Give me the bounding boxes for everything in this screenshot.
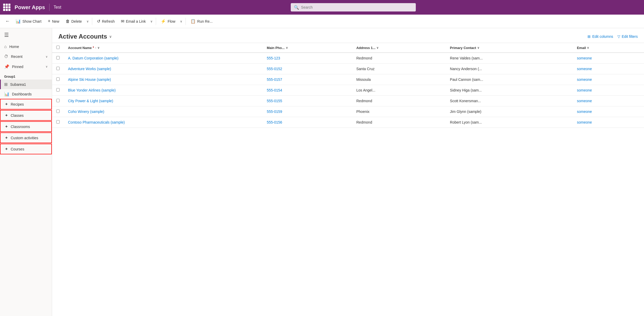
sidebar-subarea1-label: Subarea1 [10,82,26,87]
table-row: Adventure Works (sample) 555-0152 Santa … [52,64,644,74]
hamburger-menu[interactable]: ☰ [0,28,52,42]
header-main-phone: Main Pho... ∨ [263,43,352,53]
recent-caret[interactable]: ∨ [46,55,48,58]
run-report-button[interactable]: 📋 Run Re... [188,17,215,25]
email-link-button[interactable]: ✉ Email a Link [118,17,148,25]
show-chart-button[interactable]: 📊 Show Chart [13,17,44,25]
primary-contact-cell: Jim Glynn (sample) [446,106,573,117]
sidebar-item-pinned[interactable]: 📌 Pinned ∨ [0,62,52,72]
account-name-cell[interactable]: Alpine Ski House (sample) [64,74,263,85]
flow-icon: ⚡ [161,19,166,24]
top-header: Power Apps Test 🔍 [0,0,644,15]
row-checkbox[interactable] [56,99,60,102]
edit-filters-button[interactable]: ▽ Edit filters [617,34,638,39]
primary-contact-col-caret[interactable]: ∨ [477,46,479,50]
main-phone-cell[interactable]: 555-0154 [263,85,352,96]
dashboards-icon: 📊 [4,92,9,96]
main-phone-cell[interactable]: 555-0157 [263,74,352,85]
sidebar-dashboards-label: Dashboards [12,92,32,96]
sidebar-item-recent[interactable]: ⏱ Recent ∨ [0,52,52,62]
email-col-caret[interactable]: ∨ [587,46,589,50]
sidebar-item-dashboards[interactable]: 📊 Dashboards [0,89,52,99]
page-title-caret[interactable]: ∨ [109,34,112,39]
app-grid-icon[interactable] [3,4,10,11]
email-cell[interactable]: someone [573,85,644,96]
sidebar-item-home[interactable]: ⌂ Home [0,42,52,52]
sidebar-item-subarea1[interactable]: ⊞ Subarea1 [0,80,52,89]
back-button[interactable]: ← [3,17,12,26]
sidebar-item-custom-activities[interactable]: ✦ Custom activities [0,132,52,143]
main-phone-col-caret[interactable]: ∨ [286,46,288,50]
recent-icon: ⏱ [4,54,8,59]
refresh-icon: ↺ [97,19,100,24]
email-cell[interactable]: someone [573,96,644,106]
row-checkbox[interactable] [56,110,60,113]
account-name-cell[interactable]: Coho Winery (sample) [64,106,263,117]
email-cell[interactable]: someone [573,64,644,74]
header-divider [49,4,49,11]
row-checkbox[interactable] [56,120,60,124]
new-button[interactable]: + New [45,17,62,26]
address-cell: Santa Cruz [352,64,446,74]
search-bar: 🔍 [291,3,416,11]
accounts-table: Account Name * ↑ ∨ Main Pho... ∨ [52,43,644,128]
table-row: Coho Winery (sample) 555-0159 Phoenix Ji… [52,106,644,117]
show-chart-icon: 📊 [16,19,21,24]
delete-caret[interactable]: ∨ [85,18,90,25]
edit-columns-icon: ⊞ [587,34,591,39]
primary-contact-cell: Scott Konersman... [446,96,573,106]
page-actions: ⊞ Edit columns ▽ Edit filters [587,34,638,39]
row-checkbox-cell [52,74,64,85]
row-checkbox[interactable] [56,77,60,81]
main-phone-cell[interactable]: 555-0159 [263,106,352,117]
pinned-caret[interactable]: ∨ [46,65,48,68]
email-cell[interactable]: someone [573,53,644,64]
email-cell[interactable]: someone [573,117,644,128]
sidebar-item-classrooms[interactable]: ✦ Classrooms [0,121,52,132]
address-cell: Missoula [352,74,446,85]
account-name-col-caret[interactable]: ∨ [97,46,100,50]
row-checkbox[interactable] [56,88,60,92]
table-body: A. Datum Corporation (sample) 555-123 Re… [52,53,644,128]
refresh-button[interactable]: ↺ Refresh [94,17,117,25]
sidebar-item-recipes[interactable]: ✦ Recipes [0,99,52,110]
sidebar-classes-label: Classes [11,113,24,118]
main-phone-cell[interactable]: 555-0152 [263,64,352,74]
flow-caret[interactable]: ∨ [179,18,183,25]
sort-asc-icon[interactable]: ↑ [95,46,97,49]
table-header-row: Account Name * ↑ ∨ Main Pho... ∨ [52,43,644,53]
account-name-cell[interactable]: Blue Yonder Airlines (sample) [64,85,263,96]
sidebar-item-classes[interactable]: ✦ Classes [0,110,52,121]
row-checkbox-cell [52,106,64,117]
custom-activities-icon: ✦ [5,135,8,140]
flow-button[interactable]: ⚡ Flow [158,17,178,25]
content-area: Active Accounts ∨ ⊞ Edit columns ▽ Edit … [52,28,644,316]
row-checkbox-cell [52,96,64,106]
email-cell[interactable]: someone [573,74,644,85]
header-address: Address 1... ∨ [352,43,446,53]
address-col-caret[interactable]: ∨ [376,46,379,50]
primary-contact-cell: Sidney Higa (sam... [446,85,573,96]
main-phone-cell[interactable]: 555-123 [263,53,352,64]
main-phone-cell[interactable]: 555-0155 [263,96,352,106]
edit-columns-button[interactable]: ⊞ Edit columns [587,34,613,39]
classes-icon: ✦ [5,113,8,118]
email-cell[interactable]: someone [573,106,644,117]
toolbar-sep-2 [156,18,156,25]
row-checkbox[interactable] [56,56,60,59]
recipes-icon: ✦ [5,102,8,107]
row-checkbox[interactable] [56,67,60,70]
account-name-cell[interactable]: City Power & Light (sample) [64,96,263,106]
delete-button[interactable]: 🗑 Delete [63,17,84,25]
account-name-cell[interactable]: A. Datum Corporation (sample) [64,53,263,64]
header-account-name: Account Name * ↑ ∨ [64,43,263,53]
email-link-caret[interactable]: ∨ [149,18,154,25]
sidebar: ☰ ⌂ Home ⏱ Recent ∨ 📌 Pinned ∨ Group1 ⊞ … [0,28,52,316]
search-input[interactable] [301,5,413,9]
select-all-checkbox[interactable] [56,46,60,49]
account-name-cell[interactable]: Adventure Works (sample) [64,64,263,74]
sidebar-item-courses[interactable]: ✦ Courses [0,144,52,154]
toolbar-sep-1 [92,18,92,25]
main-phone-cell[interactable]: 555-0156 [263,117,352,128]
account-name-cell[interactable]: Contoso Pharmaceuticals (sample) [64,117,263,128]
